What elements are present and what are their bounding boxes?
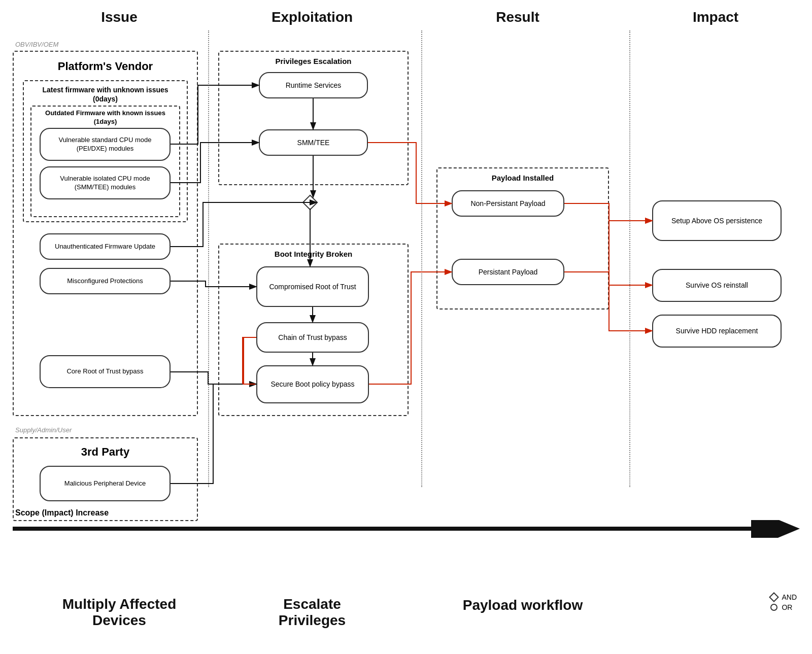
header-issue: Issue (30, 9, 208, 25)
legend-and: AND (770, 593, 797, 601)
malicious-box: Malicious Peripheral Device (40, 466, 171, 501)
cpu-standard-box: Vulnerable standard CPU mode (PEI/DXE) m… (40, 128, 171, 161)
scope-label: Scope (Impact) Increase (15, 508, 802, 518)
unauthenticated-box: Unauthenticated Firmware Update (40, 233, 171, 260)
setup-above-box: Setup Above OS persistence (652, 200, 782, 241)
boot-integrity-header: Boot Integrity Broken (228, 250, 398, 258)
obv-label: OBV/IBV/OEM (15, 41, 58, 48)
legend-circle-icon (770, 604, 777, 611)
header-exploitation: Exploitation (218, 9, 406, 25)
core-root-box: Core Root of Trust bypass (40, 355, 171, 388)
divider-2 (421, 30, 422, 487)
scope-section: Scope (Impact) Increase (10, 508, 802, 540)
runtime-services-box: Runtime Services (259, 72, 368, 98)
non-persistent-box: Non-Persistant Payload (452, 190, 564, 217)
chain-bypass-box: Chain of Trust bypass (256, 322, 369, 353)
scope-arrow-svg (10, 520, 802, 538)
platform-vendor-title: Platform's Vendor (28, 60, 183, 73)
diagram-container: Issue Exploitation Result Impact OBV/IBV… (0, 0, 812, 654)
bottom-payload: Payload workflow (426, 597, 619, 613)
divider-1 (208, 30, 209, 487)
payload-installed-header: Payload Installed (447, 174, 599, 182)
legend-or-label: OR (782, 603, 792, 611)
divider-3 (629, 30, 630, 487)
legend-diamond-icon (769, 592, 780, 602)
survive-hdd-box: Survive HDD replacement (652, 315, 782, 348)
legend: AND OR (770, 593, 797, 613)
third-party-title: 3rd Party (28, 445, 183, 459)
and-gate-diamond (302, 194, 318, 210)
secure-boot-box: Secure Boot policy bypass (256, 365, 369, 403)
misconfigured-box: Misconfigured Protections (40, 268, 171, 294)
outdated-firmware-label: Outdated Firmware with known issues (1da… (41, 109, 170, 126)
priv-esc-box (218, 51, 409, 185)
persistent-box: Persistant Payload (452, 259, 564, 285)
compromised-root-box: Compromised Root of Trust (256, 266, 369, 307)
payload-installed-box (436, 167, 609, 309)
supply-label: Supply/Admin/User (15, 426, 72, 434)
cpu-isolated-box: Vulnerable isolated CPU mode (SMM/TEE) m… (40, 166, 171, 199)
survive-os-box: Survive OS reinstall (652, 269, 782, 302)
priv-esc-header: Privileges Escalation (228, 57, 398, 65)
legend-and-label: AND (782, 593, 797, 601)
header-result: Result (442, 9, 594, 25)
header-impact: Impact (634, 9, 797, 25)
smm-tee-box: SMM/TEE (259, 129, 368, 156)
bottom-escalate: EscalatePrivileges (218, 596, 406, 629)
bottom-multiply: Multiply AffectedDevices (30, 596, 208, 629)
latest-firmware-label: Latest firmware with unknown issues (0da… (36, 85, 175, 104)
legend-or: OR (770, 603, 797, 611)
